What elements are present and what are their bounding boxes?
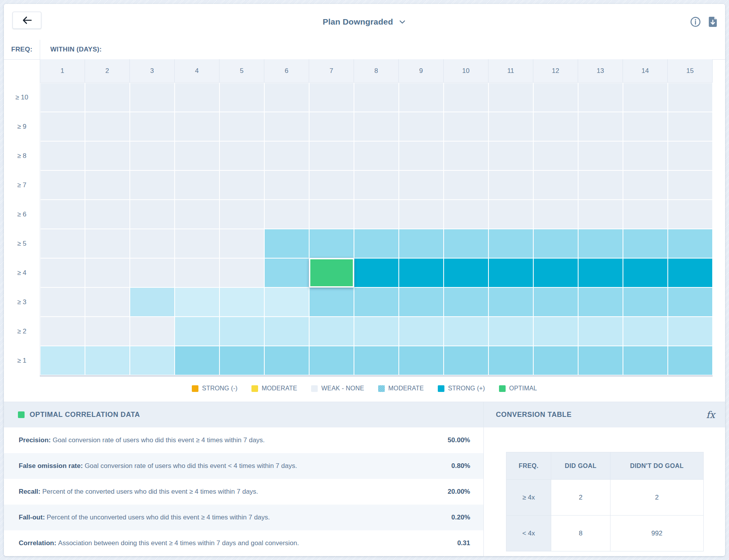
heatmap-cell[interactable] — [85, 83, 130, 112]
heatmap-cell[interactable] — [85, 229, 130, 258]
heatmap-cell[interactable] — [309, 229, 354, 258]
heatmap-cell[interactable] — [578, 141, 623, 170]
heatmap-cell[interactable] — [130, 287, 175, 317]
heatmap-cell[interactable] — [668, 229, 713, 258]
heatmap-cell[interactable] — [668, 170, 713, 200]
heatmap-cell[interactable] — [85, 346, 130, 375]
heatmap-cell[interactable] — [533, 317, 578, 346]
heatmap-cell[interactable] — [130, 112, 175, 141]
heatmap-cell[interactable] — [444, 346, 488, 375]
heatmap-cell[interactable] — [130, 258, 175, 287]
heatmap-cell[interactable] — [668, 317, 713, 346]
heatmap-cell[interactable] — [309, 141, 354, 170]
heatmap-cell[interactable] — [219, 317, 264, 346]
heatmap-cell[interactable] — [264, 170, 309, 200]
heatmap-cell[interactable] — [130, 317, 175, 346]
heatmap-cell[interactable] — [40, 112, 85, 141]
heatmap-cell[interactable] — [85, 170, 130, 200]
heatmap-cell[interactable] — [40, 229, 85, 258]
heatmap-cell[interactable] — [623, 287, 668, 317]
heatmap-cell[interactable] — [130, 229, 175, 258]
heatmap-cell[interactable] — [444, 317, 488, 346]
heatmap-cell[interactable] — [85, 112, 130, 141]
heatmap-cell[interactable] — [354, 287, 399, 317]
heatmap-cell[interactable] — [309, 287, 354, 317]
heatmap-cell[interactable] — [578, 229, 623, 258]
heatmap-cell[interactable] — [354, 317, 399, 346]
heatmap-cell[interactable] — [533, 141, 578, 170]
heatmap-cell[interactable] — [354, 346, 399, 375]
heatmap-cell[interactable] — [488, 229, 533, 258]
heatmap-cell[interactable] — [488, 83, 533, 112]
heatmap-cell[interactable] — [219, 170, 264, 200]
heatmap-cell[interactable] — [40, 317, 85, 346]
heatmap-cell[interactable] — [533, 83, 578, 112]
heatmap-cell[interactable] — [488, 112, 533, 141]
heatmap-cell[interactable] — [623, 200, 668, 229]
heatmap-cell[interactable] — [264, 200, 309, 229]
heatmap-cell[interactable] — [488, 200, 533, 229]
heatmap-cell[interactable] — [130, 200, 175, 229]
heatmap-cell[interactable] — [354, 112, 399, 141]
heatmap-cell[interactable] — [623, 317, 668, 346]
heatmap-cell[interactable] — [533, 258, 578, 287]
heatmap-cell[interactable] — [175, 141, 219, 170]
heatmap-cell[interactable] — [219, 200, 264, 229]
heatmap-cell[interactable] — [354, 258, 399, 287]
heatmap-cell[interactable] — [175, 170, 219, 200]
heatmap-cell[interactable] — [264, 287, 309, 317]
heatmap-cell[interactable] — [85, 200, 130, 229]
heatmap-cell[interactable] — [399, 112, 444, 141]
heatmap-cell[interactable] — [175, 258, 219, 287]
heatmap-cell[interactable] — [264, 258, 309, 287]
info-icon[interactable] — [690, 16, 701, 27]
heatmap-cell[interactable] — [444, 200, 488, 229]
heatmap-cell[interactable] — [309, 346, 354, 375]
heatmap-cell[interactable] — [399, 229, 444, 258]
heatmap-cell[interactable] — [130, 141, 175, 170]
heatmap-cell[interactable] — [578, 170, 623, 200]
heatmap-cell[interactable] — [264, 141, 309, 170]
heatmap-cell[interactable] — [264, 346, 309, 375]
event-selector[interactable]: Plan Downgraded — [4, 4, 725, 40]
heatmap-cell[interactable] — [85, 141, 130, 170]
heatmap-cell[interactable] — [488, 317, 533, 346]
download-icon[interactable] — [708, 16, 718, 27]
formula-icon[interactable]: fx — [706, 402, 715, 427]
heatmap-cell[interactable] — [40, 258, 85, 287]
heatmap-cell[interactable] — [668, 287, 713, 317]
heatmap-cell[interactable] — [175, 229, 219, 258]
heatmap-cell[interactable] — [130, 346, 175, 375]
heatmap-cell[interactable] — [264, 229, 309, 258]
heatmap-cell[interactable] — [668, 346, 713, 375]
heatmap-cell[interactable] — [85, 258, 130, 287]
heatmap-cell[interactable] — [399, 317, 444, 346]
heatmap-cell[interactable] — [488, 346, 533, 375]
heatmap-cell[interactable] — [354, 229, 399, 258]
heatmap-cell[interactable] — [264, 317, 309, 346]
heatmap-cell[interactable] — [533, 346, 578, 375]
heatmap-cell[interactable] — [309, 170, 354, 200]
heatmap-cell[interactable] — [264, 112, 309, 141]
heatmap-cell[interactable] — [444, 112, 488, 141]
heatmap-cell[interactable] — [40, 287, 85, 317]
heatmap-cell[interactable] — [488, 258, 533, 287]
heatmap-cell[interactable] — [309, 112, 354, 141]
heatmap-cell[interactable] — [309, 83, 354, 112]
heatmap-cell[interactable] — [354, 83, 399, 112]
heatmap-cell[interactable] — [219, 258, 264, 287]
heatmap-cell[interactable] — [623, 346, 668, 375]
heatmap-cell[interactable] — [578, 258, 623, 287]
heatmap-cell[interactable] — [175, 112, 219, 141]
heatmap-cell[interactable] — [399, 200, 444, 229]
heatmap-cell[interactable] — [219, 83, 264, 112]
heatmap-cell[interactable] — [175, 200, 219, 229]
heatmap-cell[interactable] — [354, 141, 399, 170]
heatmap-cell[interactable] — [578, 317, 623, 346]
heatmap-cell[interactable] — [578, 200, 623, 229]
heatmap-cell[interactable] — [85, 317, 130, 346]
heatmap-cell[interactable] — [354, 170, 399, 200]
heatmap-cell[interactable] — [623, 258, 668, 287]
heatmap-cell[interactable] — [219, 346, 264, 375]
heatmap-cell[interactable] — [444, 83, 488, 112]
